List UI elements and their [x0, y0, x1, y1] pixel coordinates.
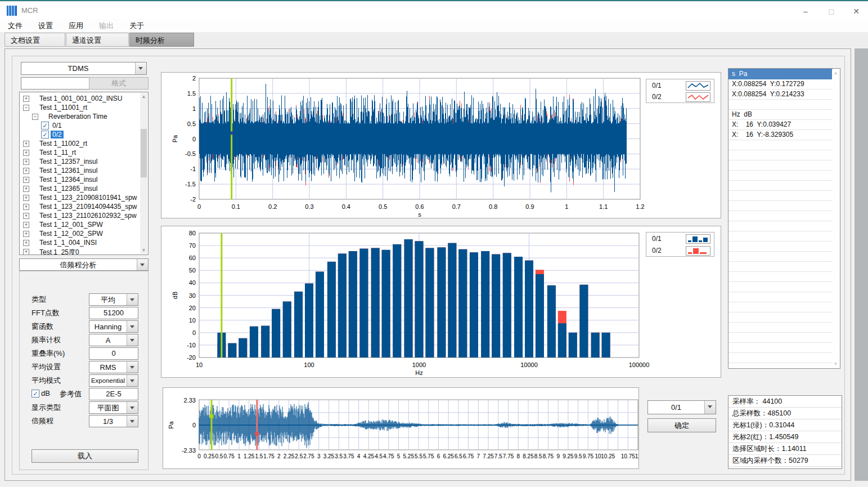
cursor-list-row[interactable]: [728, 312, 833, 323]
chart-octave-spectrum[interactable]: 80706050403020100-10-2010100100010000100…: [161, 226, 721, 378]
cursor-list-row[interactable]: [728, 353, 833, 363]
chart-time-waveform[interactable]: 21.510.50-0.5-1-1.5-200.10.20.30.40.50.6…: [161, 72, 721, 218]
confirm-button[interactable]: 确定: [647, 418, 716, 432]
type-select[interactable]: 平均: [89, 293, 138, 306]
scroll-down-icon[interactable]: ▼: [140, 247, 147, 254]
search-input[interactable]: [21, 77, 89, 90]
cursor-list-row[interactable]: [728, 231, 833, 242]
tab-channel-settings[interactable]: 通道设置: [66, 33, 129, 47]
maximize-button[interactable]: ◻: [823, 5, 840, 18]
collapse-icon[interactable]: −: [23, 105, 29, 111]
tree-item[interactable]: +Test 1_12361_insul: [20, 166, 141, 175]
tree-item[interactable]: +Test 1_123_210908101941_spw: [20, 193, 141, 202]
cursor-list-row[interactable]: [728, 242, 833, 252]
close-button[interactable]: ✕: [848, 5, 865, 18]
overview-waveform-plot[interactable]: 2.330-2.33Pa00.250.50.7511.251.51.7522.2…: [163, 388, 638, 468]
window-function-select[interactable]: Hanning: [89, 320, 138, 333]
cursor-list-row[interactable]: X:0.088254 Y:0.172729: [728, 79, 833, 90]
tree-item[interactable]: −Reverberation Time: [20, 112, 141, 121]
db-checkbox[interactable]: ✓: [32, 390, 39, 397]
menu-item-output[interactable]: 输出: [91, 19, 122, 33]
cursor-list-row[interactable]: [728, 292, 833, 302]
display-type-select[interactable]: 平面图: [89, 401, 138, 414]
fft-points-input[interactable]: 51200: [89, 307, 138, 319]
cursor-list-row[interactable]: [728, 181, 833, 191]
cursor-list-row[interactable]: [728, 221, 833, 231]
average-setting-select[interactable]: RMS: [89, 361, 138, 373]
cursor-list-row[interactable]: [728, 140, 833, 150]
tree-item[interactable]: +Test 1_001_001_002_INSU: [20, 94, 141, 103]
analysis-type-select[interactable]: 倍频程分析: [19, 258, 149, 271]
tree-scrollbar[interactable]: ▲ ▼: [140, 93, 147, 254]
expand-icon[interactable]: +: [23, 150, 29, 156]
cursor-list-row[interactable]: [728, 262, 833, 272]
chart-overview-waveform[interactable]: 2.330-2.33Pa00.250.50.7511.251.51.7522.2…: [163, 387, 639, 469]
cursor-list-row[interactable]: [728, 150, 833, 160]
expand-icon[interactable]: +: [23, 177, 29, 183]
tab-time-frequency-analysis[interactable]: 时频分析: [129, 33, 194, 47]
octave-spectrum-plot[interactable]: 80706050403020100-10-2010100100010000100…: [161, 226, 721, 377]
reference-value-input[interactable]: 2E-5: [89, 388, 138, 400]
minimize-button[interactable]: –: [797, 5, 814, 18]
tree-item[interactable]: +Test 1_12364_insul: [20, 175, 141, 184]
tree-scroll-thumb[interactable]: [141, 129, 147, 177]
tree-item[interactable]: +Test 1_12357_insul: [20, 157, 141, 166]
cursor-list-row[interactable]: [728, 191, 833, 201]
frequency-weighting-select[interactable]: A: [89, 334, 138, 346]
expand-icon[interactable]: +: [23, 168, 29, 174]
tree-item[interactable]: ✓0/1: [20, 121, 141, 130]
scroll-down-icon[interactable]: ▼: [832, 360, 839, 368]
tree-item[interactable]: +Test 1_1_004_INSI: [20, 238, 141, 247]
cursor-list-row[interactable]: [728, 282, 833, 292]
expand-icon[interactable]: +: [23, 249, 29, 255]
expand-icon[interactable]: +: [23, 159, 29, 165]
expand-icon[interactable]: +: [23, 240, 29, 246]
cursor-list-row[interactable]: X: 16 Y:0.039427: [728, 120, 833, 130]
tab-document-settings[interactable]: 文档设置: [5, 33, 65, 47]
menu-item-settings[interactable]: 设置: [30, 19, 61, 33]
cursor-list-row[interactable]: [728, 100, 833, 110]
expand-icon[interactable]: +: [23, 195, 29, 201]
channel-checkbox[interactable]: ✓: [41, 131, 49, 138]
cursor-list-row[interactable]: [728, 201, 833, 211]
expand-icon[interactable]: +: [23, 213, 29, 219]
menu-item-about[interactable]: 关于: [122, 19, 152, 33]
octave-fraction-select[interactable]: 1/3: [89, 415, 138, 427]
tree-item[interactable]: +Test 1_25度0: [20, 247, 141, 255]
cursor-list-row[interactable]: [728, 252, 833, 262]
load-button[interactable]: 载入: [32, 449, 138, 463]
expand-icon[interactable]: +: [23, 96, 29, 102]
time-waveform-plot[interactable]: 21.510.50-0.5-1-1.5-200.10.20.30.40.50.6…: [161, 73, 721, 218]
cursor-list-row[interactable]: [728, 333, 833, 343]
expand-icon[interactable]: +: [23, 222, 29, 228]
cursor-list-row[interactable]: [728, 160, 833, 171]
tree-item[interactable]: −Test 1_11001_rt: [20, 103, 141, 112]
cursor-list-row[interactable]: [728, 343, 833, 353]
cursor-list-row[interactable]: X:0.088254 Y:0.214233: [728, 90, 833, 100]
cursor-list-row[interactable]: [728, 272, 833, 282]
tree-item[interactable]: +Test 1_12365_insul: [20, 184, 141, 193]
cursor-list-row[interactable]: [728, 302, 833, 312]
overview-channel-select[interactable]: 0/1: [647, 400, 716, 414]
cursor-list-row[interactable]: X: 16 Y:-8.329305: [728, 130, 833, 140]
file-format-select[interactable]: TDMS: [21, 62, 147, 75]
menu-item-file[interactable]: 文件: [0, 19, 30, 33]
scroll-up-icon[interactable]: ▲: [832, 69, 839, 77]
tree-item[interactable]: +Test 1_11_rt: [20, 148, 141, 157]
cursor-list-row[interactable]: Hz dB: [728, 110, 833, 120]
tree-item[interactable]: +Test 1_123_211026102932_spw: [20, 211, 141, 220]
menu-item-apply[interactable]: 应用: [61, 19, 91, 33]
collapse-icon[interactable]: −: [32, 114, 38, 120]
cursor-list-row[interactable]: [728, 211, 833, 221]
average-mode-select[interactable]: Exponential: [89, 374, 138, 387]
channel-checkbox[interactable]: ✓: [41, 122, 49, 129]
tree-item[interactable]: +Test 1_11002_rt: [20, 139, 141, 148]
tree-item[interactable]: ✓0/2: [20, 130, 141, 139]
list-scrollbar[interactable]: ▲ ▼: [832, 69, 839, 368]
tree-item[interactable]: +Test 1_123_210914094435_spw: [20, 202, 141, 211]
cursor-list-row[interactable]: [728, 171, 833, 181]
expand-icon[interactable]: +: [23, 204, 29, 210]
expand-icon[interactable]: +: [23, 231, 29, 237]
expand-icon[interactable]: +: [23, 141, 29, 147]
tree-item[interactable]: +Test 1_12_001_SPW: [20, 220, 141, 229]
